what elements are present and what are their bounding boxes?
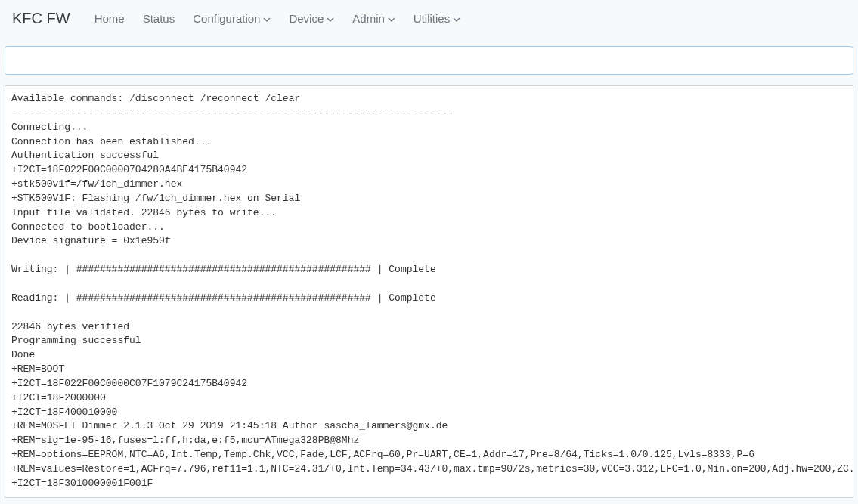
caret-down-icon [327,12,334,25]
nav-device[interactable]: Device [283,6,340,31]
navbar: KFC FW Home Status Configuration Device … [0,0,858,37]
caret-down-icon [388,12,395,25]
nav-utilities[interactable]: Utilities [407,6,466,31]
nav-admin[interactable]: Admin [346,6,401,31]
command-input[interactable] [5,46,853,75]
nav-device-label: Device [289,12,324,25]
console-output: Available commands: /disconnect /reconne… [5,85,853,498]
navbar-brand[interactable]: KFC FW [12,10,70,27]
main-container: Available commands: /disconnect /reconne… [0,37,858,498]
nav-status[interactable]: Status [137,6,181,31]
caret-down-icon [263,12,271,25]
caret-down-icon [453,12,460,25]
nav-utilities-label: Utilities [414,12,450,25]
nav-configuration[interactable]: Configuration [187,6,277,31]
nav-admin-label: Admin [352,12,385,25]
nav-home[interactable]: Home [88,6,131,31]
nav-configuration-label: Configuration [193,12,260,25]
